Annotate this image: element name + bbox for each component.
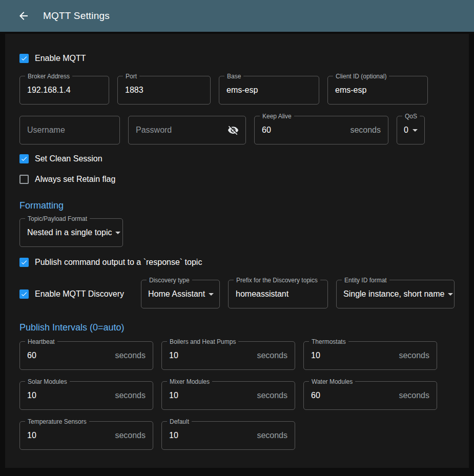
field-value: 10 xyxy=(311,351,320,360)
field-label: QoS xyxy=(402,113,420,120)
check-icon xyxy=(20,155,28,163)
visibility-off-icon xyxy=(228,125,239,136)
field-suffix: seconds xyxy=(399,351,429,360)
check-icon xyxy=(20,258,28,266)
topic-format-row: Topic/Payload Format Nested in a single … xyxy=(19,218,455,247)
content-panel: Enable MQTT Broker Address 192.168.1.4 P… xyxy=(5,34,469,468)
checkbox-icon xyxy=(19,175,29,184)
publish-intervals-heading: Publish Intervals (0=auto) xyxy=(19,321,455,334)
base-field[interactable]: Base ems-esp xyxy=(219,76,319,105)
toggle-password-visibility-button[interactable] xyxy=(224,121,242,139)
page-title: MQTT Settings xyxy=(43,10,110,22)
field-label: Default xyxy=(167,418,192,425)
clean-session-checkbox[interactable]: Set Clean Session xyxy=(19,149,455,169)
enable-mqtt-checkbox[interactable]: Enable MQTT xyxy=(19,48,455,69)
field-label: Entity ID format xyxy=(342,277,389,284)
enable-discovery-checkbox[interactable]: Enable MQTT Discovery xyxy=(19,284,133,304)
field-label: Port xyxy=(123,73,139,80)
field-label: Discovery type xyxy=(147,277,192,284)
field-value: Home Assistant xyxy=(148,289,205,299)
field-value: Single instance, short name xyxy=(343,289,444,299)
port-field[interactable]: Port 1883 xyxy=(117,76,211,105)
checkbox-label: Publish command output to a `response` t… xyxy=(35,258,202,267)
keep-alive-field[interactable]: Keep Alive 60 seconds xyxy=(254,116,388,144)
discovery-prefix-field[interactable]: Prefix for the Discovery topics homeassi… xyxy=(228,280,328,308)
formatting-heading: Formatting xyxy=(19,199,455,212)
password-field[interactable]: Password xyxy=(128,116,246,144)
field-value: 60 xyxy=(27,351,36,360)
field-label: Client ID (optional) xyxy=(333,73,389,80)
field-placeholder: Username xyxy=(27,126,65,135)
interval-field-boilers[interactable]: Boilers and Heat Pumps 10 seconds xyxy=(161,341,295,370)
field-label: Boilers and Heat Pumps xyxy=(167,338,238,345)
field-suffix: seconds xyxy=(257,351,287,360)
field-value: 0 xyxy=(404,126,408,135)
field-value: 10 xyxy=(27,391,36,400)
field-suffix: seconds xyxy=(399,391,429,400)
interval-field-default[interactable]: Default 10 seconds xyxy=(161,421,295,450)
discovery-type-select[interactable]: Discovery type Home Assistant xyxy=(141,280,220,308)
field-suffix: seconds xyxy=(350,126,381,135)
credentials-fields-row: Username Password Keep Alive 60 seconds … xyxy=(19,116,455,144)
field-value: 10 xyxy=(169,351,178,360)
publish-intervals-grid: Heartbeat 60 seconds Boilers and Heat Pu… xyxy=(19,341,455,450)
broker-fields-row: Broker Address 192.168.1.4 Port 1883 Bas… xyxy=(19,76,455,105)
field-value: ems-esp xyxy=(335,86,366,95)
field-value: Nested in a single topic xyxy=(27,228,112,237)
field-label: Base xyxy=(224,73,243,80)
checkbox-icon xyxy=(19,154,29,163)
broker-address-field[interactable]: Broker Address 192.168.1.4 xyxy=(19,76,109,105)
arrow-back-icon xyxy=(17,10,30,22)
checkbox-label: Enable MQTT Discovery xyxy=(35,289,124,299)
field-value: 192.168.1.4 xyxy=(27,86,71,95)
check-icon xyxy=(20,290,28,298)
interval-field-thermostats[interactable]: Thermostats 10 seconds xyxy=(303,341,437,370)
field-value: 60 xyxy=(311,391,320,400)
topic-payload-format-select[interactable]: Topic/Payload Format Nested in a single … xyxy=(19,218,123,247)
checkbox-icon xyxy=(19,54,29,63)
interval-field-heartbeat[interactable]: Heartbeat 60 seconds xyxy=(19,341,153,370)
field-suffix: seconds xyxy=(115,351,146,360)
interval-field-temperature-sensors[interactable]: Temperature Sensors 10 seconds xyxy=(19,421,153,450)
field-value: 10 xyxy=(169,431,178,440)
publish-response-checkbox[interactable]: Publish command output to a `response` t… xyxy=(19,252,455,273)
app-bar: MQTT Settings xyxy=(0,0,474,32)
field-label: Keep Alive xyxy=(260,113,294,120)
field-value: 60 xyxy=(262,126,271,135)
interval-field-water[interactable]: Water Modules 60 seconds xyxy=(303,381,437,410)
field-suffix: seconds xyxy=(257,391,287,400)
discovery-row: Enable MQTT Discovery Discovery type Hom… xyxy=(19,280,455,308)
checkbox-label: Enable MQTT xyxy=(35,54,86,63)
field-value: 10 xyxy=(169,391,178,400)
dropdown-arrow-icon xyxy=(444,288,457,300)
dropdown-arrow-icon xyxy=(112,226,124,239)
interval-field-solar[interactable]: Solar Modules 10 seconds xyxy=(19,381,153,410)
client-id-field[interactable]: Client ID (optional) ems-esp xyxy=(327,76,428,105)
checkbox-icon xyxy=(19,258,29,267)
retain-flag-checkbox[interactable]: Always set Retain flag xyxy=(19,169,455,190)
check-icon xyxy=(20,54,28,63)
field-label: Topic/Payload Format xyxy=(25,215,90,222)
field-label: Mixer Modules xyxy=(167,378,212,385)
qos-select[interactable]: QoS 0 xyxy=(397,116,425,144)
entity-id-format-select[interactable]: Entity ID format Single instance, short … xyxy=(336,280,455,308)
dropdown-arrow-icon xyxy=(205,288,217,300)
field-value: 10 xyxy=(27,431,36,440)
field-label: Water Modules xyxy=(309,378,355,385)
field-label: Temperature Sensors xyxy=(25,418,89,425)
field-label: Heartbeat xyxy=(25,338,57,345)
dropdown-arrow-icon xyxy=(409,124,421,136)
field-label: Thermostats xyxy=(309,338,348,345)
field-value: 1883 xyxy=(125,86,143,95)
username-field[interactable]: Username xyxy=(19,116,120,144)
field-suffix: seconds xyxy=(115,431,146,440)
interval-field-mixer[interactable]: Mixer Modules 10 seconds xyxy=(161,381,295,410)
back-button[interactable] xyxy=(13,6,34,26)
checkbox-label: Always set Retain flag xyxy=(35,175,115,184)
field-suffix: seconds xyxy=(115,391,146,400)
checkbox-label: Set Clean Session xyxy=(35,154,102,163)
field-label: Solar Modules xyxy=(25,378,70,385)
checkbox-icon xyxy=(19,289,29,299)
field-suffix: seconds xyxy=(257,431,287,440)
field-value: ems-esp xyxy=(226,86,258,95)
